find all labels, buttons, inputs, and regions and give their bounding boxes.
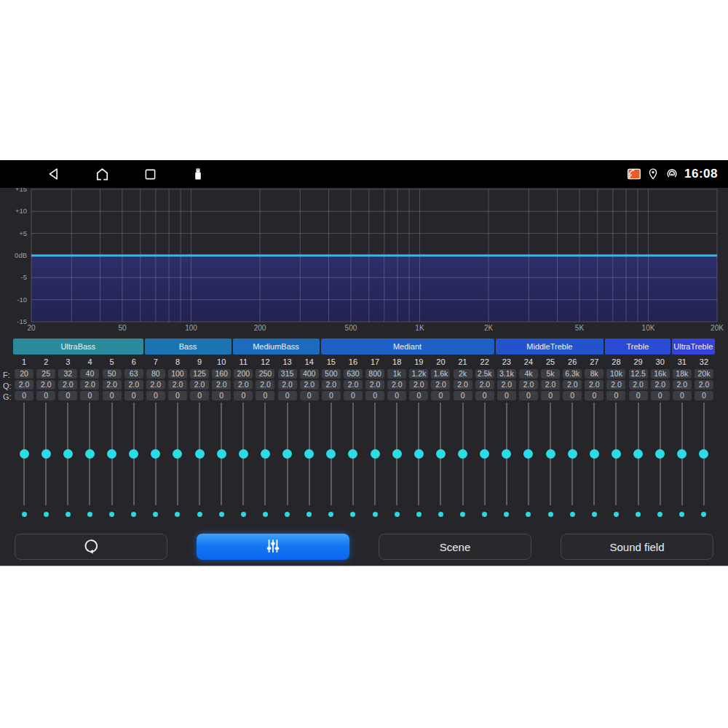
slider-thumb[interactable] [217, 449, 226, 459]
slider-thumb[interactable] [612, 449, 621, 459]
slider-thumb[interactable] [436, 449, 446, 459]
gain-slider[interactable] [671, 403, 693, 505]
recents-icon[interactable] [141, 165, 159, 183]
gain-slider[interactable] [452, 403, 474, 505]
gain-slider[interactable] [342, 403, 364, 505]
gain-slider[interactable] [474, 403, 496, 505]
band-indicator-dot[interactable] [350, 512, 355, 517]
band-indicator-dot[interactable] [22, 512, 27, 517]
band-indicator-dot[interactable] [438, 512, 443, 517]
band-indicator-dot[interactable] [66, 512, 71, 517]
back-icon[interactable] [45, 165, 63, 183]
band-group-treble[interactable]: Treble [605, 339, 670, 355]
gain-slider[interactable] [35, 403, 57, 505]
band-indicator-dot[interactable] [395, 512, 400, 517]
slider-thumb[interactable] [261, 449, 270, 459]
band-group-ultratreble[interactable]: UltraTreble [672, 339, 716, 355]
slider-thumb[interactable] [304, 449, 314, 459]
gain-slider[interactable] [364, 403, 386, 505]
band-indicator-dot[interactable] [328, 512, 333, 517]
band-group-bass[interactable]: Bass [145, 339, 232, 355]
band-indicator-dot[interactable] [701, 512, 706, 517]
band-indicator-dot[interactable] [153, 512, 158, 517]
band-indicator-dot[interactable] [197, 512, 202, 517]
band-indicator-dot[interactable] [175, 512, 180, 517]
slider-thumb[interactable] [677, 449, 687, 459]
band-indicator-dot[interactable] [219, 512, 224, 517]
slider-thumb[interactable] [392, 449, 402, 459]
slider-thumb[interactable] [129, 449, 138, 459]
slider-thumb[interactable] [107, 449, 116, 459]
gain-slider[interactable] [232, 403, 254, 505]
gain-slider[interactable] [189, 403, 210, 505]
slider-thumb[interactable] [41, 449, 51, 459]
gain-slider[interactable] [145, 403, 167, 505]
band-indicator-dot[interactable] [482, 512, 487, 517]
band-indicator-dot[interactable] [614, 512, 619, 517]
slider-thumb[interactable] [348, 449, 357, 459]
slider-thumb[interactable] [633, 449, 643, 459]
gain-slider[interactable] [430, 403, 451, 505]
gain-slider[interactable] [693, 403, 715, 505]
slider-thumb[interactable] [523, 449, 533, 459]
gain-slider[interactable] [57, 403, 79, 505]
slider-thumb[interactable] [568, 449, 577, 459]
slider-thumb[interactable] [414, 449, 424, 459]
gain-slider[interactable] [254, 403, 276, 505]
gain-slider[interactable] [101, 403, 123, 505]
equalizer-button[interactable] [197, 534, 349, 560]
gain-slider[interactable] [298, 403, 320, 505]
slider-thumb[interactable] [699, 449, 708, 459]
slider-thumb[interactable] [239, 449, 248, 459]
home-icon[interactable] [93, 165, 111, 183]
gain-slider[interactable] [79, 403, 100, 505]
gain-slider[interactable] [649, 403, 671, 505]
band-indicator-dot[interactable] [460, 512, 465, 517]
gain-slider[interactable] [320, 403, 342, 505]
slider-thumb[interactable] [195, 449, 205, 459]
band-group-ultrabass[interactable]: UltraBass [13, 339, 143, 355]
slider-thumb[interactable] [458, 449, 467, 459]
reset-button[interactable] [15, 534, 167, 560]
slider-thumb[interactable] [20, 449, 29, 459]
band-indicator-dot[interactable] [416, 512, 422, 517]
gain-slider[interactable] [123, 403, 145, 505]
gain-slider[interactable] [277, 403, 298, 505]
gain-slider[interactable] [561, 403, 583, 505]
band-indicator-dot[interactable] [306, 512, 312, 517]
gain-slider[interactable] [408, 403, 430, 505]
band-indicator-dot[interactable] [44, 512, 49, 517]
gain-slider[interactable] [386, 403, 408, 505]
band-indicator-dot[interactable] [526, 512, 531, 517]
band-indicator-dot[interactable] [504, 512, 509, 517]
slider-thumb[interactable] [63, 449, 73, 459]
band-indicator-dot[interactable] [636, 512, 641, 517]
gain-slider[interactable] [583, 403, 605, 505]
band-indicator-dot[interactable] [373, 512, 378, 517]
band-indicator-dot[interactable] [548, 512, 553, 517]
scene-button[interactable]: Scene [379, 534, 531, 560]
band-group-mediumbass[interactable]: MediumBass [233, 339, 320, 355]
band-indicator-dot[interactable] [241, 512, 246, 517]
band-indicator-dot[interactable] [592, 512, 597, 517]
usb-icon[interactable] [189, 165, 207, 183]
slider-thumb[interactable] [173, 449, 182, 459]
slider-thumb[interactable] [590, 449, 599, 459]
gain-slider[interactable] [13, 403, 35, 505]
slider-thumb[interactable] [151, 449, 160, 459]
gain-slider[interactable] [210, 403, 232, 505]
slider-thumb[interactable] [282, 449, 292, 459]
band-indicator-dot[interactable] [109, 512, 114, 517]
band-indicator-dot[interactable] [131, 512, 136, 517]
gain-slider[interactable] [628, 403, 649, 505]
band-indicator-dot[interactable] [263, 512, 268, 517]
band-group-mediant[interactable]: Mediant [321, 339, 494, 355]
slider-thumb[interactable] [546, 449, 555, 459]
band-indicator-dot[interactable] [285, 512, 290, 517]
gain-slider[interactable] [605, 403, 627, 505]
band-indicator-dot[interactable] [679, 512, 684, 517]
gain-slider[interactable] [518, 403, 539, 505]
gain-slider[interactable] [539, 403, 561, 505]
band-indicator-dot[interactable] [657, 512, 662, 517]
slider-thumb[interactable] [326, 449, 336, 459]
